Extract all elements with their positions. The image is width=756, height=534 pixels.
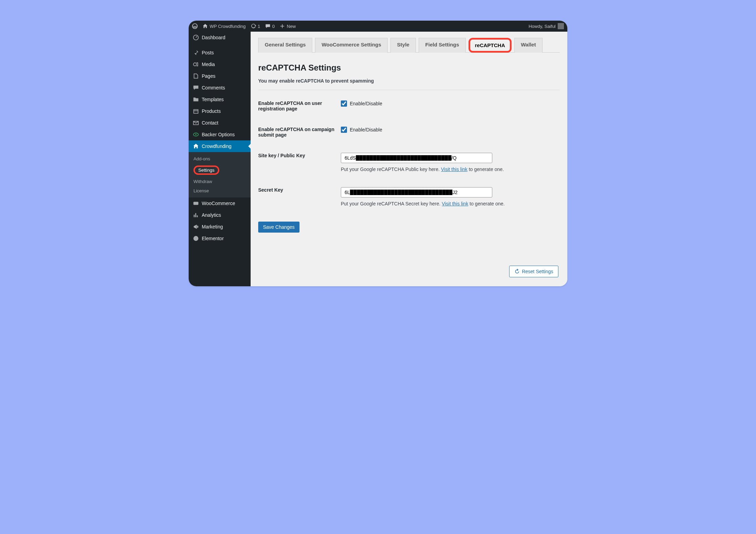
sidebar-label: Media: [202, 62, 215, 67]
input-sitekey[interactable]: [341, 153, 492, 163]
wp-logo[interactable]: [192, 23, 198, 29]
label-secret: Secret Key: [258, 187, 341, 193]
sidebar-item-crowdfunding[interactable]: Crowdfunding: [189, 140, 251, 152]
sidebar-label: Templates: [202, 97, 224, 102]
updates-count: 1: [258, 24, 260, 29]
sidebar-label: Backer Options: [202, 132, 235, 137]
sidebar-item-templates[interactable]: Templates: [189, 94, 251, 105]
checkbox-label: Enable/Disable: [350, 127, 382, 132]
sidebar-label: Crowdfunding: [202, 143, 231, 149]
sidebar-item-products[interactable]: Products: [189, 105, 251, 117]
pin-icon: [193, 50, 199, 56]
sidebar-label: WooCommerce: [202, 201, 235, 206]
elementor-icon: [193, 235, 199, 242]
admin-window: WP Crowdfunding 1 0 New Howdy, Saiful Da…: [189, 21, 567, 286]
svg-point-2: [193, 63, 197, 66]
plus-icon: [280, 23, 285, 29]
refresh-icon: [251, 23, 256, 29]
checkbox-reg[interactable]: [341, 100, 347, 107]
megaphone-icon: [193, 224, 199, 230]
mail-icon: [193, 120, 199, 126]
tab-woocommerce[interactable]: WooCommerce Settings: [315, 38, 388, 53]
submenu-withdraw[interactable]: Withdraw: [189, 177, 251, 186]
label-sitekey: Site key / Public Key: [258, 153, 341, 158]
sidebar-label: Products: [202, 108, 221, 114]
sidebar-item-woocommerce[interactable]: WooCommerce: [189, 197, 251, 209]
page-title: reCAPTCHA Settings: [258, 63, 560, 73]
comments-count: 0: [272, 24, 275, 29]
comment-icon: [265, 23, 271, 29]
help-text: to generate one.: [468, 201, 505, 206]
submenu-label: Add-ons: [193, 156, 210, 161]
sidebar-item-media[interactable]: Media: [189, 58, 251, 70]
tab-wallet[interactable]: Wallet: [514, 38, 543, 53]
sidebar-item-elementor[interactable]: Elementor: [189, 233, 251, 244]
updates-link[interactable]: 1: [251, 23, 260, 29]
sidebar-label: Pages: [202, 73, 216, 79]
sidebar-label: Comments: [202, 85, 225, 90]
home-icon: [202, 23, 208, 29]
reset-icon: [514, 269, 520, 274]
account-menu[interactable]: Howdy, Saiful: [528, 23, 564, 29]
submenu-license[interactable]: License: [189, 186, 251, 195]
checkbox-label: Enable/Disable: [350, 101, 382, 106]
tab-recaptcha[interactable]: reCAPTCHA: [469, 38, 512, 53]
save-button[interactable]: Save Changes: [258, 222, 300, 233]
link-secret-gen[interactable]: Visit this link: [442, 201, 468, 206]
sidebar-label: Posts: [202, 50, 214, 55]
site-link[interactable]: WP Crowdfunding: [202, 23, 246, 29]
tab-field[interactable]: Field Settings: [419, 38, 465, 53]
checkbox-campaign-wrapper[interactable]: Enable/Disable: [341, 127, 560, 133]
label-reg: Enable reCAPTCHA on user registration pa…: [258, 100, 341, 111]
help-text: Put your Google reCAPTCHA Secret key her…: [341, 201, 442, 206]
sidebar-item-comments[interactable]: Comments: [189, 82, 251, 94]
label-campaign: Enable reCAPTCHA on campaign submit page: [258, 127, 341, 138]
sidebar-item-posts[interactable]: Posts: [189, 47, 251, 58]
help-text: Put your Google reCAPTCHA Public key her…: [341, 167, 441, 172]
help-text: to generate one.: [468, 167, 504, 172]
submenu-label: Settings: [198, 168, 214, 173]
folder-icon: [193, 96, 199, 103]
page-icon: [193, 73, 199, 79]
sidebar-label: Dashboard: [202, 35, 225, 40]
avatar: [558, 23, 564, 29]
tab-style[interactable]: Style: [390, 38, 416, 53]
input-secret[interactable]: [341, 187, 492, 197]
sidebar-label: Contact: [202, 120, 218, 126]
submenu-settings[interactable]: Settings: [189, 163, 251, 177]
sidebar-item-backer[interactable]: Backer Options: [189, 129, 251, 140]
site-name: WP Crowdfunding: [210, 24, 246, 29]
media-icon: [193, 61, 199, 67]
reset-button[interactable]: Reset Settings: [509, 266, 558, 277]
comment-icon: [193, 85, 199, 91]
crowdfunding-icon: [193, 143, 199, 149]
comments-link[interactable]: 0: [265, 23, 275, 29]
checkbox-campaign[interactable]: [341, 127, 347, 133]
crowdfunding-submenu: Add-ons Settings Withdraw License: [189, 152, 251, 197]
svg-point-8: [193, 236, 198, 241]
dashboard-icon: [193, 34, 199, 41]
woo-icon: [193, 200, 199, 206]
checkbox-reg-wrapper[interactable]: Enable/Disable: [341, 100, 560, 107]
sidebar-label: Analytics: [202, 212, 221, 218]
sidebar-item-contact[interactable]: Contact: [189, 117, 251, 129]
sidebar-item-marketing[interactable]: Marketing: [189, 221, 251, 233]
submenu-addons[interactable]: Add-ons: [189, 154, 251, 163]
new-label: New: [287, 24, 296, 29]
link-sitekey-gen[interactable]: Visit this link: [441, 167, 468, 172]
sidebar-item-pages[interactable]: Pages: [189, 70, 251, 82]
new-link[interactable]: New: [280, 23, 296, 29]
settings-tabs: General Settings WooCommerce Settings St…: [258, 38, 560, 53]
sidebar-label: Elementor: [202, 236, 224, 241]
svg-rect-7: [193, 202, 198, 205]
admin-sidebar: Dashboard Posts Media Pages Comments Tem…: [189, 32, 251, 286]
sidebar-item-dashboard[interactable]: Dashboard: [189, 32, 251, 43]
svg-rect-3: [194, 110, 198, 114]
greeting-text: Howdy, Saiful: [528, 24, 556, 29]
sidebar-item-analytics[interactable]: Analytics: [189, 209, 251, 221]
money-icon: [193, 131, 199, 138]
chart-icon: [193, 212, 199, 218]
content-area: General Settings WooCommerce Settings St…: [251, 32, 567, 286]
submenu-label: Withdraw: [193, 179, 212, 184]
tab-general[interactable]: General Settings: [258, 38, 312, 53]
